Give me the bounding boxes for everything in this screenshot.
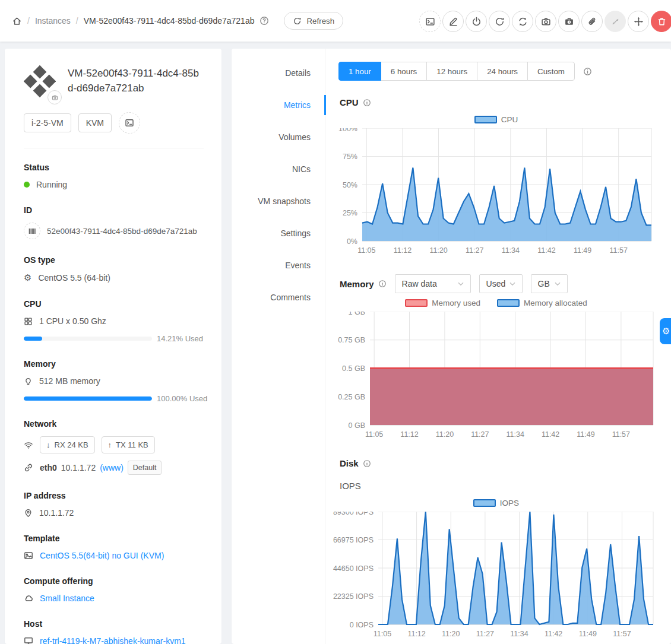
tab-settings[interactable]: Settings xyxy=(232,217,325,249)
host-link[interactable]: ref-trl-4119-k-M7-abhishek-kumar-kvm1 xyxy=(40,636,186,644)
memory-section-label: Memory xyxy=(340,279,374,289)
svg-text:11:49: 11:49 xyxy=(574,246,591,255)
cpu-usage-percent: 14.21% Used xyxy=(157,334,203,343)
memory-unit-select-value: GB xyxy=(538,279,550,288)
memory-info-icon[interactable] xyxy=(378,280,387,288)
migrate-button[interactable] xyxy=(628,11,649,32)
tab-vm-snapshots[interactable]: VM snapshots xyxy=(232,185,325,217)
range-24-hours[interactable]: 24 hours xyxy=(477,62,528,81)
reinstall-button[interactable] xyxy=(512,11,533,32)
memory-unit-select[interactable]: GB xyxy=(531,274,568,293)
memory-legend[interactable]: Memory usedMemory allocated xyxy=(333,299,660,308)
memory-data-select[interactable]: Raw data xyxy=(395,274,471,293)
section-cpu: CPU 1 CPU x 0.50 Ghz 14.21% Used xyxy=(24,299,204,343)
svg-text:1 GB: 1 GB xyxy=(349,312,366,316)
default-nic-badge: Default xyxy=(128,461,162,475)
tab-details[interactable]: Details xyxy=(232,57,325,89)
memory-data-select-value: Raw data xyxy=(402,279,437,288)
cpu-label: CPU xyxy=(24,299,204,309)
snapshot-button[interactable] xyxy=(535,11,556,32)
svg-text:11:49: 11:49 xyxy=(579,630,597,638)
svg-text:11:20: 11:20 xyxy=(429,246,447,255)
svg-text:11:12: 11:12 xyxy=(407,630,425,638)
memory-metric-select[interactable]: Used xyxy=(479,274,523,293)
svg-text:11:34: 11:34 xyxy=(507,430,524,439)
reload-icon xyxy=(293,17,302,26)
change-icon-camera-badge[interactable] xyxy=(48,90,62,104)
range-info-icon[interactable] xyxy=(583,67,592,76)
tab-metrics[interactable]: Metrics xyxy=(232,89,325,121)
home-icon[interactable] xyxy=(12,16,22,26)
tx-button[interactable]: ↑TX 11 KB xyxy=(102,436,155,453)
svg-text:11:42: 11:42 xyxy=(545,630,562,638)
disk-info-icon[interactable] xyxy=(363,459,371,468)
svg-text:11:57: 11:57 xyxy=(610,246,628,255)
picture-icon xyxy=(24,551,33,560)
network-link[interactable]: (www) xyxy=(100,463,124,472)
refresh-label: Refresh xyxy=(306,17,334,26)
chevron-down-icon xyxy=(555,282,561,286)
rx-value: RX 24 KB xyxy=(55,440,88,449)
instance-detail-panel: Details Metrics Volumes NICs VM snapshot… xyxy=(232,49,671,644)
svg-text:11:05: 11:05 xyxy=(365,430,383,439)
svg-text:0.25 GB: 0.25 GB xyxy=(338,393,365,401)
ip-label: IP address xyxy=(24,491,204,500)
divider xyxy=(24,148,204,148)
console-shortcut-button[interactable] xyxy=(119,112,140,134)
section-os-type: OS type ⚙ CentOS 5.5 (64-bit) xyxy=(24,255,204,283)
template-label: Template xyxy=(24,534,204,543)
settings-fab[interactable]: ⚙ xyxy=(660,318,671,344)
os-logo xyxy=(24,65,58,99)
iops-plot: 89300 IOPS66975 IOPS44650 IOPS22325 IOPS… xyxy=(333,512,657,642)
cpu-info-icon[interactable] xyxy=(363,99,371,107)
nic-ip: 10.1.1.72 xyxy=(61,463,96,472)
rx-button[interactable]: ↓RX 24 KB xyxy=(40,436,95,453)
iops-legend[interactable]: IOPS xyxy=(333,499,660,508)
help-icon[interactable] xyxy=(259,16,269,26)
breadcrumb-separator: / xyxy=(76,16,78,26)
template-link[interactable]: CentOS 5.5(64-bit) no GUI (KVM) xyxy=(40,551,164,560)
camera-icon xyxy=(541,17,551,27)
desktop-icon xyxy=(24,636,33,644)
iops-chart: IOPS89300 IOPS66975 IOPS44650 IOPS22325 … xyxy=(333,499,660,644)
stop-button[interactable] xyxy=(466,11,487,32)
tab-comments[interactable]: Comments xyxy=(232,281,325,313)
svg-text:11:20: 11:20 xyxy=(436,430,454,439)
range-1-hour[interactable]: 1 hour xyxy=(338,62,381,81)
nic-name: eth0 xyxy=(40,463,57,472)
svg-text:11:05: 11:05 xyxy=(374,630,391,638)
destroy-button[interactable] xyxy=(651,11,671,32)
svg-text:11:49: 11:49 xyxy=(577,430,594,439)
trash-icon xyxy=(657,17,667,27)
network-label: Network xyxy=(24,419,204,429)
tab-nics[interactable]: NICs xyxy=(232,153,325,185)
arrow-up-icon: ↑ xyxy=(108,440,112,449)
offering-link[interactable]: Small Instance xyxy=(40,594,94,603)
disk-section-label: Disk xyxy=(340,458,359,468)
os-cog-icon: ⚙ xyxy=(24,272,31,283)
host-label: Host xyxy=(24,619,204,629)
location-pin-icon xyxy=(24,509,33,518)
os-type-label: OS type xyxy=(24,255,204,265)
instance-name: VM-52e00f43-7911-4dc4-85bd-d69de7a721ab xyxy=(68,66,204,96)
cpu-legend[interactable]: CPU xyxy=(333,115,660,125)
reboot-button[interactable] xyxy=(489,11,510,32)
arrows-diagonal-icon xyxy=(610,17,621,27)
breadcrumb-instances[interactable]: Instances xyxy=(35,16,71,26)
svg-text:11:12: 11:12 xyxy=(400,430,418,439)
edit-button[interactable] xyxy=(442,11,464,32)
console-button[interactable] xyxy=(419,11,441,32)
tab-events[interactable]: Events xyxy=(232,249,325,281)
recurring-snapshot-button[interactable] xyxy=(558,11,580,32)
range-custom[interactable]: Custom xyxy=(527,62,575,81)
svg-text:44650 IOPS: 44650 IOPS xyxy=(333,564,374,573)
svg-text:22325 IOPS: 22325 IOPS xyxy=(333,592,374,601)
refresh-button[interactable]: Refresh xyxy=(284,12,343,30)
range-12-hours[interactable]: 12 hours xyxy=(426,62,477,81)
tab-volumes[interactable]: Volumes xyxy=(232,121,325,153)
attach-iso-button[interactable] xyxy=(581,11,603,32)
range-6-hours[interactable]: 6 hours xyxy=(381,62,427,81)
tag-hypervisor[interactable]: KVM xyxy=(78,113,112,132)
tag-internal-name[interactable]: i-2-5-VM xyxy=(24,113,71,132)
section-host: Host ref-trl-4119-k-M7-abhishek-kumar-kv… xyxy=(24,619,204,644)
